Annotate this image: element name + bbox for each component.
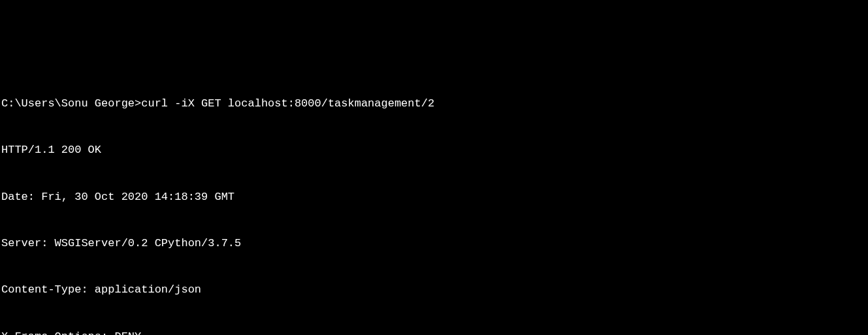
command-line-1: C:\Users\Sonu George>curl -iX GET localh… bbox=[1, 96, 867, 112]
header-x-frame-options: X-Frame-Options: DENY bbox=[1, 329, 867, 335]
header-date: Date: Fri, 30 Oct 2020 14:18:39 GMT bbox=[1, 189, 867, 205]
curl-command: curl -iX GET localhost:8000/taskmanageme… bbox=[141, 97, 434, 110]
prompt-path: C:\Users\Sonu George> bbox=[1, 97, 141, 110]
terminal-window[interactable]: C:\Users\Sonu George>curl -iX GET localh… bbox=[1, 65, 867, 335]
http-status-line: HTTP/1.1 200 OK bbox=[1, 142, 867, 158]
header-server: Server: WSGIServer/0.2 CPython/3.7.5 bbox=[1, 236, 867, 251]
header-content-type: Content-Type: application/json bbox=[1, 282, 867, 298]
